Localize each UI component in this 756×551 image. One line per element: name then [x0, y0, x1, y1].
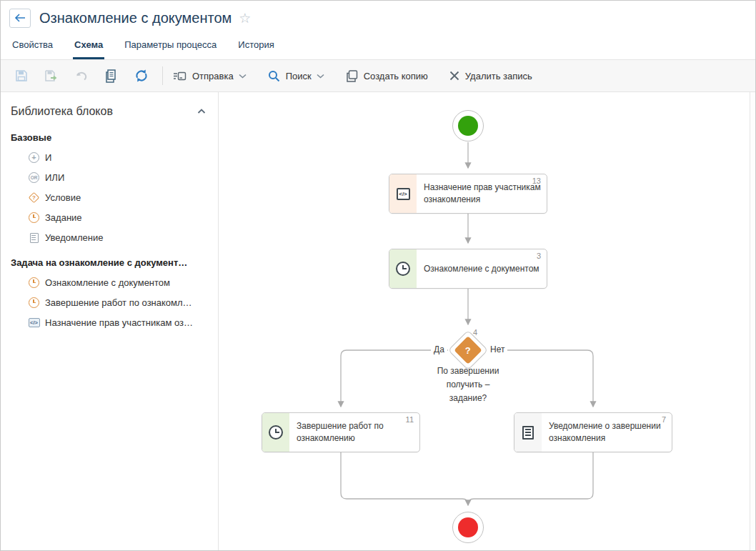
duplicate-icon: [346, 70, 358, 82]
block-assign-rights[interactable]: </> 13 Назначение прав участникам ознако…: [389, 174, 547, 214]
library-item-label: Ознакомление с документом: [45, 277, 170, 288]
task-clock-icon: [269, 425, 283, 440]
end-event-node[interactable]: [452, 512, 484, 543]
library-item-task[interactable]: Задание: [11, 212, 208, 223]
library-item-label: Уведомление: [45, 232, 103, 243]
back-button[interactable]: [9, 9, 31, 28]
end-event-icon: [458, 517, 478, 537]
or-gateway-icon: OR: [28, 172, 40, 183]
library-item-label: И: [45, 152, 51, 163]
delete-record-label: Удалить запись: [465, 71, 532, 81]
chevron-up-icon: [197, 109, 206, 114]
process-designer-window: Ознакомление с документом ☆ Свойства Схе…: [0, 0, 756, 551]
save-icon: [15, 69, 28, 82]
copy-button[interactable]: [101, 65, 122, 86]
block-stripe: [262, 413, 289, 452]
library-item-label: ИЛИ: [45, 172, 64, 183]
block-label: Уведомление о завершении ознакомления: [549, 413, 666, 452]
page-title: Ознакомление с документом: [39, 10, 232, 26]
block-stripe: [389, 249, 417, 288]
library-item-review-doc[interactable]: Ознакомление с документом: [11, 277, 208, 288]
block-label: Завершение работ по ознакомлению: [297, 413, 414, 452]
library-item-label: Назначение прав участникам оз…: [45, 317, 193, 328]
task-clock-icon: [28, 212, 40, 223]
edge-label-no: Нет: [487, 344, 507, 354]
chevron-down-icon: [317, 74, 324, 79]
gateway-question: По завершении получить – задание?: [422, 364, 514, 406]
search-icon: [268, 70, 280, 82]
section-task-title: Задача на ознакомление с документ…: [11, 257, 208, 268]
library-item-condition[interactable]: ? Условие: [11, 192, 208, 203]
send-menu-button[interactable]: Отправка: [173, 71, 247, 81]
refresh-button[interactable]: [131, 65, 152, 86]
favorite-star-icon[interactable]: ☆: [239, 11, 251, 25]
library-title: Библиотека блоков: [11, 105, 113, 118]
block-stripe: </>: [389, 174, 417, 213]
tab-properties[interactable]: Свойства: [11, 35, 54, 59]
vertical-scrollbar[interactable]: [750, 92, 755, 550]
task-clock-icon: [28, 277, 40, 288]
start-event-node[interactable]: [452, 110, 484, 142]
and-gateway-icon: +: [28, 152, 40, 163]
collapse-panel-button[interactable]: [195, 106, 208, 116]
gateway-number: 4: [473, 328, 477, 337]
notification-doc-icon: [522, 426, 534, 440]
toolbar-separator: [162, 66, 163, 85]
create-copy-button[interactable]: Создать копию: [346, 70, 428, 82]
save-and-close-button[interactable]: [41, 65, 62, 86]
connector-lines: [219, 92, 751, 550]
code-icon: </>: [28, 318, 40, 327]
block-label: Ознакомление с документом: [424, 249, 541, 288]
save-button[interactable]: [11, 65, 32, 86]
save-arrow-icon: [44, 69, 59, 82]
library-item-and[interactable]: + И: [11, 152, 208, 163]
task-clock-icon: [28, 297, 40, 308]
search-menu-button[interactable]: Поиск: [268, 70, 324, 82]
tab-bar: Свойства Схема Параметры процесса Истори…: [1, 35, 755, 59]
block-notification[interactable]: 7 Уведомление о завершении ознакомления: [514, 412, 672, 452]
tab-process-parameters[interactable]: Параметры процесса: [123, 35, 218, 59]
copy-icon: [105, 69, 118, 83]
tab-schema[interactable]: Схема: [73, 35, 104, 59]
block-stripe: [514, 413, 542, 452]
library-item-finish-work[interactable]: Завершение работ по ознакомл…: [11, 297, 208, 308]
library-item-label: Завершение работ по ознакомл…: [45, 297, 192, 308]
search-label: Поиск: [286, 71, 312, 81]
main-area: Библиотека блоков Базовые + И OR ИЛИ ? У…: [1, 92, 755, 550]
section-basic-title: Базовые: [11, 132, 208, 143]
refresh-icon: [134, 69, 149, 83]
block-finish-work[interactable]: 11 Завершение работ по ознакомлению: [262, 412, 420, 452]
diagram-canvas[interactable]: </> 13 Назначение прав участникам ознако…: [219, 92, 755, 550]
close-x-icon: [449, 71, 459, 81]
toolbar: Отправка Поиск Создать копию Удали: [1, 59, 755, 92]
undo-icon: [74, 70, 89, 81]
edge-label-yes: Да: [431, 344, 447, 354]
header: Ознакомление с документом ☆: [1, 1, 755, 35]
undo-button[interactable]: [71, 65, 92, 86]
create-copy-label: Создать копию: [364, 71, 428, 81]
arrow-left-icon: [14, 14, 26, 22]
delete-record-button[interactable]: Удалить запись: [449, 71, 532, 81]
library-item-assign-rights[interactable]: </> Назначение прав участникам оз…: [11, 317, 208, 328]
library-item-notification[interactable]: Уведомление: [11, 232, 208, 243]
block-label: Назначение прав участникам ознакомления: [424, 174, 541, 213]
notification-doc-icon: [28, 233, 40, 243]
code-icon: </>: [397, 188, 410, 200]
task-clock-icon: [396, 262, 410, 276]
tab-history[interactable]: История: [237, 35, 275, 59]
library-item-label: Задание: [45, 212, 82, 223]
send-label: Отправка: [192, 71, 234, 81]
send-form-icon: [173, 71, 186, 81]
start-event-icon: [458, 116, 478, 136]
condition-icon: ?: [28, 194, 40, 202]
block-review-document[interactable]: 3 Ознакомление с документом: [389, 249, 547, 289]
question-mark-icon: ?: [465, 344, 471, 355]
block-library-panel: Библиотека блоков Базовые + И OR ИЛИ ? У…: [1, 92, 219, 550]
library-item-label: Условие: [45, 192, 81, 203]
chevron-down-icon: [239, 74, 247, 79]
library-item-or[interactable]: OR ИЛИ: [11, 172, 208, 183]
